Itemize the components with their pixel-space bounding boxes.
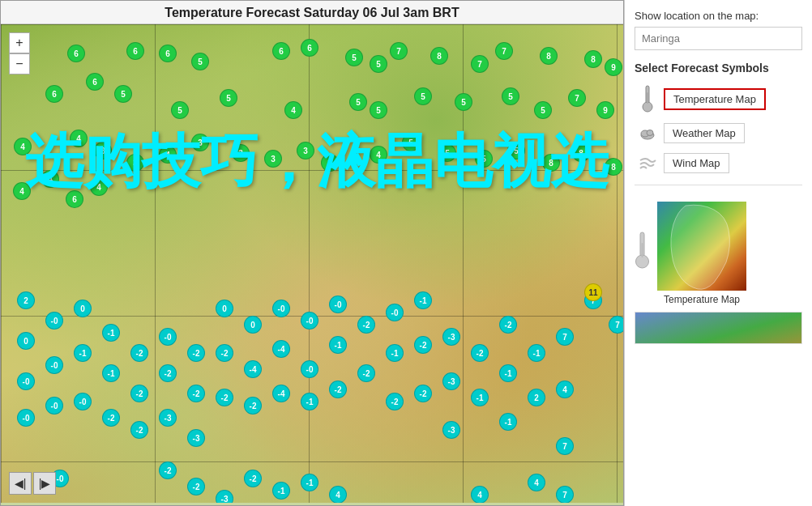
- wind-icon: [638, 154, 657, 173]
- bubble: -2: [187, 478, 205, 495]
- bubble: -2: [130, 344, 148, 362]
- bubble: 4: [528, 474, 545, 491]
- bubble: -2: [102, 409, 120, 427]
- nav-next-button[interactable]: |▶: [33, 472, 56, 495]
- bubble: 4: [41, 170, 59, 188]
- bubble: 4: [70, 130, 88, 147]
- bubble: 5: [475, 150, 493, 168]
- bubble: -0: [301, 312, 318, 330]
- bubble: -4: [272, 340, 290, 358]
- svg-point-5: [647, 130, 653, 135]
- bubble: -1: [301, 474, 318, 491]
- bubble: 4: [159, 146, 177, 164]
- bubble: -3: [159, 409, 177, 427]
- bubble: -0: [45, 356, 63, 374]
- bubble: -2: [357, 316, 375, 334]
- nav-controls: ◀| |▶: [9, 472, 56, 495]
- thumbnail-row: Temperature Map: [635, 195, 802, 305]
- thumbnail-container[interactable]: Temperature Map: [657, 202, 746, 305]
- bubble: -0: [17, 409, 35, 427]
- wind-map-option[interactable]: Wind Map: [635, 151, 802, 175]
- svg-rect-8: [642, 243, 643, 257]
- svg-rect-2: [647, 92, 648, 104]
- bubble: -1: [301, 393, 318, 410]
- bubble: 5: [191, 53, 209, 70]
- bubble: 6: [67, 45, 85, 62]
- bubble: 11: [584, 283, 602, 301]
- bubble: 4: [13, 182, 31, 200]
- bubble: 3: [264, 150, 282, 168]
- temperature-map-button[interactable]: Temperature Map: [664, 88, 766, 110]
- temperature-map-option[interactable]: Temperature Map: [635, 83, 802, 115]
- weather-map-option[interactable]: Weather Map: [635, 121, 802, 145]
- bubble: -1: [74, 344, 92, 362]
- cloud-icon: [638, 124, 657, 143]
- bubble: 0: [74, 300, 92, 317]
- bubble: 3: [126, 154, 144, 172]
- bubble: -2: [329, 381, 347, 398]
- bubble: -0: [329, 296, 347, 313]
- bubble: 5: [414, 87, 432, 105]
- bubble: 7: [390, 42, 408, 60]
- weather-map-button[interactable]: Weather Map: [664, 123, 745, 143]
- bubble: -4: [272, 385, 290, 402]
- bubble: 4: [90, 178, 108, 196]
- location-input[interactable]: [635, 27, 802, 50]
- bubble: 4: [284, 101, 302, 119]
- bubble: -2: [414, 336, 432, 354]
- bubble: 2: [17, 291, 35, 309]
- bubble: -1: [102, 324, 120, 342]
- bubble: -1: [414, 291, 432, 309]
- wind-map-button[interactable]: Wind Map: [664, 153, 729, 173]
- bubble: 3: [191, 134, 209, 151]
- bubble: 8: [572, 144, 590, 162]
- bubble: -1: [102, 364, 120, 382]
- bubble: -2: [130, 385, 148, 402]
- bubble: -2: [159, 364, 177, 382]
- map-title: Temperature Forecast Saturday 06 Jul 3am…: [1, 1, 623, 24]
- bubble: 8: [605, 158, 622, 176]
- thumbnail2-container[interactable]: [635, 312, 802, 344]
- bubble: 6: [66, 190, 83, 208]
- bubble: 7: [568, 89, 586, 107]
- bubble: -0: [45, 312, 63, 330]
- bubble: 8: [540, 47, 558, 65]
- bubble: 5: [502, 87, 519, 105]
- bubble: -2: [216, 344, 233, 362]
- bubble: -1: [386, 344, 404, 362]
- bubble: 0: [244, 316, 262, 334]
- bubble: 4: [370, 146, 387, 164]
- bubble: -2: [187, 344, 205, 362]
- thumbnail-map[interactable]: [657, 202, 746, 291]
- bubble: 5: [345, 49, 363, 66]
- bubble: 5: [534, 101, 552, 119]
- bubble: 5: [349, 93, 367, 111]
- bubble: -2: [244, 397, 262, 415]
- bubble: -0: [301, 360, 318, 378]
- bubble: 6: [126, 42, 144, 60]
- zoom-out-button[interactable]: −: [9, 53, 30, 74]
- bubble: 3: [321, 154, 339, 172]
- bubble: 7: [471, 55, 489, 73]
- bubble: -1: [499, 413, 517, 431]
- bubble: -1: [471, 389, 489, 406]
- bubble: -0: [74, 393, 92, 410]
- bubble: 8: [584, 50, 602, 68]
- map-canvas[interactable]: + − 选购技巧，液晶电视选 6665665578778896655545555…: [1, 24, 623, 503]
- bubble: 5: [370, 55, 387, 73]
- map-container: Temperature Forecast Saturday 06 Jul 3am…: [0, 0, 624, 506]
- zoom-in-button[interactable]: +: [9, 32, 30, 53]
- bubble: -2: [357, 364, 375, 382]
- bubble: 7: [609, 316, 623, 334]
- thumbnail-svg: [657, 202, 746, 291]
- map-grid: [1, 24, 623, 503]
- zoom-controls: + −: [9, 32, 30, 74]
- bubble: -2: [216, 389, 233, 406]
- forecast-symbols-label: Select Forecast Symbols: [635, 62, 802, 74]
- bubble: -3: [442, 328, 460, 346]
- nav-prev-button[interactable]: ◀|: [9, 472, 32, 495]
- bubble: 5: [402, 134, 420, 151]
- bubble: 3: [94, 142, 112, 159]
- sidebar-thermometer-icon: [635, 231, 651, 270]
- bubble: 6: [301, 39, 318, 57]
